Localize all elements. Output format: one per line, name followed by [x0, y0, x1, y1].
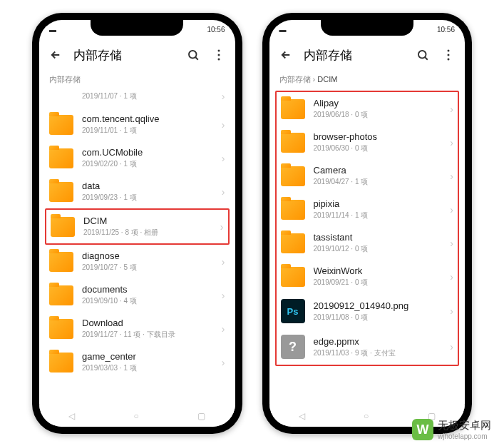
- item-name: DCIM: [83, 216, 212, 226]
- list-item[interactable]: com.tencent.qqlive2019/11/01 · 1 项›: [39, 108, 235, 141]
- svg-point-1: [217, 50, 220, 52]
- chevron-right-icon: ›: [450, 137, 453, 148]
- notch: [91, 20, 183, 36]
- folder-icon: [281, 233, 305, 253]
- item-name: Download: [82, 318, 213, 328]
- svg-point-4: [418, 51, 426, 59]
- folder-icon: [49, 182, 73, 202]
- item-meta: 2019/09/21 · 0 项: [314, 278, 442, 288]
- more-icon[interactable]: [211, 47, 227, 63]
- watermark-url: wjhotelapp.com: [438, 432, 491, 440]
- list-item[interactable]: Alipay2019/06/18 · 0 项›: [277, 92, 458, 126]
- phone-left: ▬ 10:56 内部存储 内部存储 2019/11/07 · 1 项›com.t…: [32, 13, 242, 434]
- item-name: browser-photos: [314, 131, 442, 142]
- list-item[interactable]: browser-photos2019/06/30 · 0 项›: [277, 126, 458, 159]
- nav-back-icon[interactable]: ◁: [68, 411, 75, 421]
- chevron-right-icon: ›: [222, 153, 225, 164]
- nav-back-icon[interactable]: ◁: [299, 411, 305, 421]
- list-item[interactable]: Camera2019/04/27 · 1 项›: [277, 159, 458, 193]
- nav-home-icon[interactable]: ○: [364, 411, 369, 421]
- item-meta: 2019/10/27 · 5 项: [82, 263, 213, 273]
- list-item[interactable]: com.UCMobile2019/02/20 · 1 项›: [39, 141, 235, 175]
- list-item[interactable]: data2019/09/23 · 1 项›: [39, 175, 235, 208]
- chevron-right-icon: ›: [450, 305, 453, 317]
- chevron-right-icon: ›: [222, 357, 225, 368]
- svg-point-6: [448, 54, 450, 56]
- item-meta: 2019/06/18 · 0 项: [314, 110, 442, 120]
- chevron-right-icon: ›: [222, 323, 225, 335]
- item-meta: 2019/09/10 · 4 项: [82, 296, 213, 306]
- item-meta: 2019/10/12 · 0 项: [314, 244, 442, 254]
- watermark-logo: W: [412, 419, 433, 440]
- chevron-right-icon: ›: [222, 290, 225, 301]
- list-item[interactable]: Download2019/11/27 · 11 项 · 下载目录›: [39, 312, 235, 345]
- app-header: 内部存储: [269, 39, 466, 71]
- watermark-text: 无极安卓网: [438, 419, 491, 432]
- item-name: 20190912_014940.png: [314, 300, 442, 311]
- photoshop-file-icon: Ps: [281, 299, 305, 323]
- page-title: 内部存储: [304, 47, 406, 64]
- item-name: diagnose: [82, 250, 213, 261]
- folder-icon: [281, 166, 305, 186]
- list-item[interactable]: ?edge.ppmx2019/11/03 · 9 项 · 支付宝›: [277, 329, 458, 365]
- chevron-right-icon: ›: [450, 103, 453, 115]
- watermark: W 无极安卓网 wjhotelapp.com: [412, 419, 491, 440]
- file-list[interactable]: Alipay2019/06/18 · 0 项›browser-photos201…: [277, 92, 458, 365]
- back-icon[interactable]: [48, 47, 63, 63]
- unknown-file-icon: ?: [281, 335, 305, 359]
- nav-recent-icon[interactable]: ▢: [197, 411, 205, 421]
- search-icon[interactable]: [415, 47, 431, 63]
- chevron-right-icon: ›: [220, 221, 224, 233]
- list-item[interactable]: Ps20190912_014940.png2019/11/08 · 0 项›: [277, 293, 458, 329]
- list-item[interactable]: 2019/11/07 · 1 项›: [39, 91, 235, 108]
- svg-point-2: [217, 54, 220, 56]
- item-name: game_center: [82, 351, 213, 362]
- item-name: tassistant: [314, 232, 442, 243]
- folder-icon: [49, 319, 73, 339]
- list-item[interactable]: tassistant2019/10/12 · 0 项›: [277, 226, 458, 260]
- item-name: edge.ppmx: [314, 336, 442, 347]
- item-meta: 2019/03/03 · 1 项: [82, 363, 213, 373]
- list-item[interactable]: diagnose2019/10/27 · 5 项›: [39, 245, 235, 278]
- chevron-right-icon: ›: [222, 186, 225, 198]
- folder-icon: [281, 267, 305, 287]
- file-list[interactable]: 2019/11/07 · 1 项›com.tencent.qqlive2019/…: [39, 91, 235, 427]
- folder-icon: [281, 133, 305, 153]
- item-meta: 2019/02/20 · 1 项: [82, 159, 213, 169]
- chevron-right-icon: ›: [450, 341, 453, 353]
- item-name: com.tencent.qqlive: [82, 113, 213, 124]
- list-item[interactable]: documents2019/09/10 · 4 项›: [39, 278, 235, 312]
- svg-point-0: [189, 51, 197, 59]
- nav-home-icon[interactable]: ○: [134, 411, 139, 421]
- list-item[interactable]: DCIM2019/11/25 · 8 项 · 相册›: [46, 210, 228, 243]
- breadcrumb[interactable]: 内部存储: [39, 71, 235, 91]
- breadcrumb[interactable]: 内部存储 › DCIM: [269, 71, 466, 91]
- item-meta: 2019/11/07 · 1 项: [82, 91, 213, 101]
- list-item[interactable]: game_center2019/03/03 · 1 项›: [39, 345, 235, 379]
- folder-icon: [49, 115, 73, 135]
- svg-point-3: [217, 59, 220, 61]
- page-title: 内部存储: [73, 47, 175, 64]
- chevron-right-icon: ›: [222, 119, 225, 131]
- item-name: Camera: [314, 165, 442, 176]
- back-icon[interactable]: [278, 47, 294, 63]
- highlight-box: Alipay2019/06/18 · 0 项›browser-photos201…: [275, 91, 460, 366]
- chevron-right-icon: ›: [222, 256, 225, 268]
- chevron-right-icon: ›: [450, 238, 453, 249]
- list-item[interactable]: pipixia2019/11/14 · 1 项›: [277, 193, 458, 226]
- item-name: data: [82, 181, 213, 191]
- nav-bar: ◁ ○ ▢: [39, 405, 235, 427]
- item-meta: 2019/11/01 · 1 项: [82, 126, 213, 136]
- notch: [321, 20, 413, 36]
- chevron-right-icon: ›: [222, 91, 225, 102]
- folder-icon: [49, 285, 73, 305]
- item-name: pipixia: [314, 198, 442, 209]
- item-name: documents: [82, 284, 213, 295]
- item-meta: 2019/11/25 · 8 项 · 相册: [83, 228, 212, 238]
- list-item[interactable]: WeixinWork2019/09/21 · 0 项›: [277, 260, 458, 293]
- more-icon[interactable]: [441, 47, 456, 63]
- item-name: WeixinWork: [314, 265, 442, 276]
- folder-icon: [281, 99, 305, 119]
- search-icon[interactable]: [185, 47, 201, 63]
- item-meta: 2019/04/27 · 1 项: [314, 177, 442, 187]
